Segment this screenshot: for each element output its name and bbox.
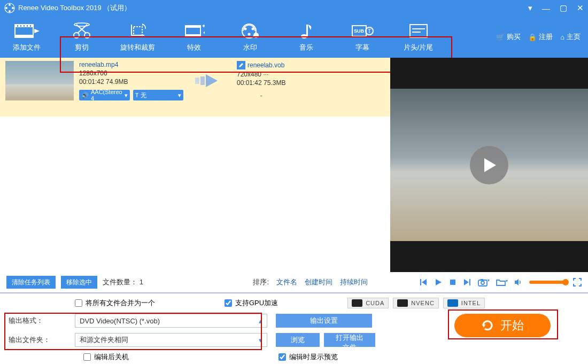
clear-list-button[interactable]: 清除任务列表	[6, 276, 56, 289]
dropdown-icon[interactable]: ▾	[528, 3, 532, 13]
browse-button[interactable]: 浏览	[276, 333, 320, 347]
volume-slider[interactable]	[529, 281, 567, 284]
output-folder-combo[interactable]: 和源文件夹相同▾	[75, 333, 267, 347]
svg-rect-8	[17, 25, 18, 27]
show-preview-checkbox[interactable]: 编辑时显示预览	[278, 352, 338, 362]
svg-point-14	[74, 33, 79, 38]
player-next-button[interactable]	[463, 278, 471, 286]
player-play-button[interactable]	[434, 278, 443, 286]
app-title: Renee Video Toolbox 2019 （试用）	[18, 3, 528, 13]
svg-point-51	[481, 281, 484, 284]
caret-down-icon: ▾	[259, 336, 262, 344]
preview-pane	[390, 58, 588, 272]
toolbar-rotate-crop[interactable]: 旋转和裁剪	[110, 16, 166, 58]
subtitle-track-dropdown[interactable]: T无▾	[133, 90, 183, 100]
svg-rect-52	[481, 279, 483, 281]
svg-marker-13	[34, 29, 40, 33]
svg-rect-22	[185, 26, 200, 28]
player-prev-button[interactable]	[419, 278, 428, 286]
toolbar-music[interactable]: 音乐	[278, 16, 334, 58]
filmstrip-add-icon	[14, 21, 40, 41]
output-dash: -	[237, 92, 285, 99]
shutdown-after-checkbox[interactable]: 编辑后关机	[83, 352, 129, 362]
minimize-button[interactable]: —	[542, 4, 550, 13]
sort-by-duration[interactable]: 持续时间	[340, 277, 368, 287]
bottom-panel: 将所有文件合并为一个 支持GPU加速 CUDA NVENC INTEL 输出格式…	[0, 293, 588, 364]
open-output-button[interactable]: 打开输出文件	[324, 333, 375, 347]
sort-controls: 排序: 文件名 创建时间 持续时间	[253, 277, 368, 287]
toolbar-edit-group: 剪切 旋转和裁剪 ✦✦ 特效 水印 音乐 SUBT 字幕 片头/片尾	[53, 16, 446, 58]
toolbar-label: 字幕	[355, 43, 369, 52]
svg-point-15	[84, 33, 90, 38]
open-folder-button[interactable]: ▾	[496, 278, 508, 286]
source-filename: reneelab.mp4	[79, 61, 183, 68]
gpu-badges: CUDA NVENC INTEL	[347, 298, 485, 308]
file-row[interactable]: reneelab.mp4 1280x706 00:01:42 74.9MB 🔊A…	[0, 58, 390, 117]
bottom-checkboxes: 编辑后关机 编辑时显示预览	[9, 352, 579, 362]
svg-rect-32	[306, 25, 308, 36]
output-folder-label: 输出文件夹：	[9, 335, 66, 345]
audio-track-dropdown[interactable]: 🔊AAC(Stereo 4▾	[79, 90, 130, 100]
svg-text:✦: ✦	[203, 30, 205, 35]
remove-selected-button[interactable]: 移除选中	[61, 276, 97, 289]
cart-icon: 🛒	[496, 33, 505, 41]
output-duration-size: 00:01:42 75.3MB	[237, 79, 285, 87]
output-format-combo[interactable]: DVD Video(NTSC) (*.vob)▴	[75, 314, 267, 328]
main-toolbar: 添加文件 剪切 旋转和裁剪 ✦✦ 特效 水印 音乐 SUBT 字幕 片头/片尾	[0, 16, 588, 58]
buy-link[interactable]: 🛒购买	[496, 32, 521, 42]
toolbar-effects[interactable]: ✦✦ 特效	[166, 16, 222, 58]
svg-rect-47	[450, 280, 455, 285]
register-link[interactable]: 🔒注册	[528, 32, 553, 42]
gpu-accel-checkbox[interactable]: 支持GPU加速	[225, 298, 278, 308]
sort-label: 排序:	[253, 277, 269, 287]
svg-marker-43	[484, 158, 496, 172]
toolbar-subtitle[interactable]: SUBT 字幕	[334, 16, 390, 58]
title-bar: Renee Video Toolbox 2019 （试用） ▾ — ▢ ✕	[0, 0, 588, 16]
svg-rect-9	[20, 25, 21, 27]
svg-rect-7	[15, 35, 33, 37]
close-button[interactable]: ✕	[577, 3, 584, 13]
toolbar-label: 剪切	[75, 43, 89, 52]
text-icon: T	[135, 92, 139, 98]
svg-rect-40	[195, 78, 199, 84]
toolbar-cut[interactable]: 剪切	[53, 16, 110, 58]
edit-icon[interactable]	[237, 61, 245, 69]
merge-all-checkbox[interactable]: 将所有文件合并为一个	[75, 298, 155, 308]
svg-point-3	[5, 7, 7, 9]
maximize-button[interactable]: ▢	[560, 3, 567, 13]
subtitle-icon: SUBT	[351, 21, 374, 41]
output-format-label: 输出格式：	[9, 316, 66, 326]
svg-text:SUB: SUB	[354, 28, 365, 34]
svg-marker-53	[515, 279, 519, 285]
snapshot-button[interactable]: ▾	[478, 278, 490, 286]
svg-rect-49	[469, 279, 470, 285]
output-filename: reneelab.vob	[247, 61, 284, 69]
svg-text:T: T	[368, 28, 371, 34]
filmstrip-sparkle-icon: ✦✦	[183, 21, 205, 41]
preview-play-button[interactable]	[470, 146, 508, 184]
sort-by-name[interactable]: 文件名	[276, 277, 297, 287]
sort-by-ctime[interactable]: 创建时间	[305, 277, 332, 287]
app-logo-icon	[4, 3, 15, 13]
svg-point-30	[253, 33, 259, 38]
toolbar-watermark[interactable]: 水印	[222, 16, 278, 58]
player-stop-button[interactable]	[449, 278, 457, 286]
home-icon: ⌂	[560, 33, 564, 41]
svg-rect-23	[185, 34, 200, 36]
crop-rotate-icon	[128, 21, 148, 41]
home-link[interactable]: ⌂主页	[560, 32, 581, 42]
output-settings-button[interactable]: 输出设置	[276, 314, 372, 328]
scissors-icon	[72, 21, 91, 41]
toolbar-label: 水印	[243, 43, 257, 52]
caret-up-icon: ▴	[259, 317, 262, 325]
start-button[interactable]: 开始	[454, 314, 551, 337]
svg-point-27	[244, 28, 246, 30]
toolbar-add-file[interactable]: 添加文件	[0, 16, 53, 58]
toolbar-intro-outro[interactable]: 片头/片尾	[390, 16, 446, 58]
fullscreen-button[interactable]	[573, 278, 582, 286]
lock-icon: 🔒	[528, 33, 537, 41]
svg-rect-12	[30, 25, 31, 27]
file-count-label: 文件数量： 1	[103, 277, 143, 287]
volume-icon[interactable]	[514, 278, 523, 286]
svg-point-1	[9, 4, 11, 6]
